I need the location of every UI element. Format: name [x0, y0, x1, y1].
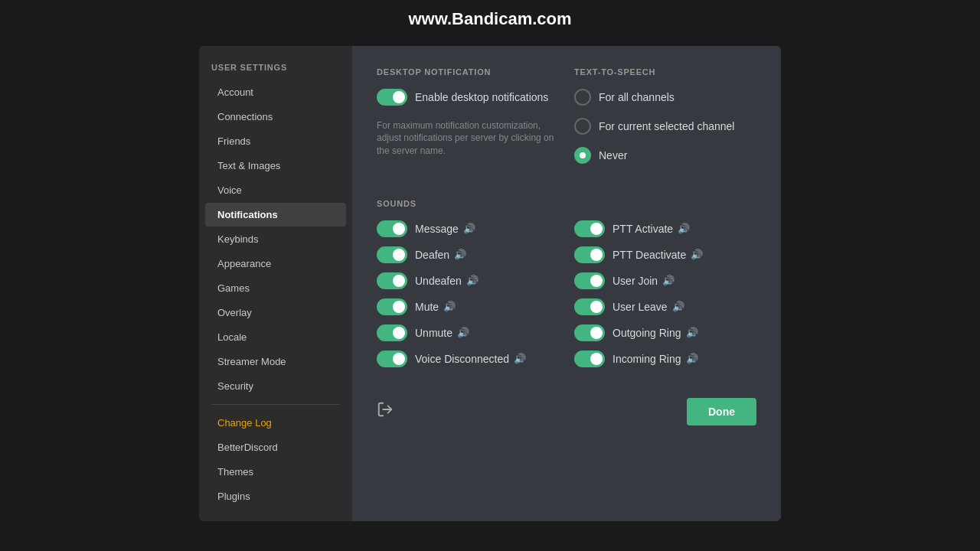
sounds-grid: Message 🔊 PTT Activate 🔊 Deafen 🔊	[377, 220, 756, 367]
sounds-header: SOUNDS	[377, 199, 756, 208]
exit-icon[interactable]	[377, 401, 394, 422]
tts-all-channels-label: For all channels	[599, 91, 675, 103]
tts-section: TEXT-TO-SPEECH For all channels For curr…	[559, 67, 756, 176]
toggle-knob	[393, 91, 405, 103]
footer: Done	[377, 398, 756, 425]
sidebar-title: USER SETTINGS	[199, 58, 352, 80]
sound-label-voice-disconnected: Voice Disconnected	[415, 353, 509, 365]
tts-all-channels-row: For all channels	[574, 89, 756, 106]
sound-icon-incoming-ring: 🔊	[686, 353, 698, 364]
sound-icon-unmute: 🔊	[457, 327, 469, 338]
sound-row-ptt-deactivate: PTT Deactivate 🔊	[574, 246, 756, 263]
sound-label-mute: Mute	[415, 301, 439, 313]
sound-icon-voice-disconnected: 🔊	[514, 353, 526, 364]
sound-label-user-leave: User Leave	[612, 301, 668, 313]
sound-row-user-leave: User Leave 🔊	[574, 298, 756, 315]
sound-toggle-ptt-deactivate[interactable]	[574, 246, 605, 263]
sidebar-item-keybinds[interactable]: Keybinds	[205, 227, 346, 251]
sounds-section: SOUNDS Message 🔊 PTT Activate 🔊	[377, 199, 756, 367]
tts-header: TEXT-TO-SPEECH	[574, 67, 756, 77]
sidebar-divider	[211, 404, 340, 405]
sidebar-item-games[interactable]: Games	[205, 276, 346, 300]
sound-icon-user-join: 🔊	[662, 275, 675, 286]
sound-toggle-outgoing-ring[interactable]	[574, 324, 605, 341]
sidebar-item-overlay[interactable]: Overlay	[205, 301, 346, 324]
sound-toggle-voice-disconnected[interactable]	[377, 350, 407, 367]
enable-desktop-notifications-row: Enable desktop notifications	[377, 89, 559, 106]
main-content: DESKTOP NOTIFICATION Enable desktop noti…	[352, 46, 781, 521]
sound-label-deafen: Deafen	[415, 249, 449, 261]
sound-row-voice-disconnected: Voice Disconnected 🔊	[377, 350, 559, 367]
sidebar-item-streamer-mode[interactable]: Streamer Mode	[205, 350, 346, 373]
sidebar-item-change-log[interactable]: Change Log	[205, 411, 346, 435]
sound-icon-user-leave: 🔊	[672, 301, 684, 312]
sidebar-item-locale[interactable]: Locale	[205, 325, 346, 349]
sidebar-item-plugins[interactable]: Plugins	[205, 484, 346, 508]
sound-icon-mute: 🔊	[443, 301, 456, 312]
watermark: www.Bandicam.com	[408, 9, 571, 29]
desktop-notification-header: DESKTOP NOTIFICATION	[377, 67, 559, 77]
sound-toggle-incoming-ring[interactable]	[574, 350, 605, 367]
tts-never-radio[interactable]	[574, 147, 591, 164]
sound-icon-deafen: 🔊	[454, 249, 466, 260]
sound-label-user-join: User Join	[612, 275, 658, 287]
sidebar-item-themes[interactable]: Themes	[205, 460, 346, 484]
tts-current-channel-label: For current selected channel	[599, 120, 734, 132]
tts-current-channel-radio[interactable]	[574, 118, 591, 135]
sound-toggle-user-leave[interactable]	[574, 298, 605, 315]
sound-icon-message: 🔊	[463, 223, 475, 234]
sound-icon-outgoing-ring: 🔊	[686, 327, 698, 338]
tts-current-channel-row: For current selected channel	[574, 118, 756, 135]
desktop-notification-section: DESKTOP NOTIFICATION Enable desktop noti…	[377, 67, 559, 176]
sound-row-user-join: User Join 🔊	[574, 272, 756, 289]
sound-toggle-unmute[interactable]	[377, 324, 407, 341]
tts-all-channels-radio[interactable]	[574, 89, 591, 106]
sound-toggle-mute[interactable]	[377, 298, 407, 315]
sound-row-undeafen: Undeafen 🔊	[377, 272, 559, 289]
sound-label-ptt-deactivate: PTT Deactivate	[612, 249, 686, 261]
enable-desktop-notifications-label: Enable desktop notifications	[415, 91, 548, 103]
sound-toggle-ptt-activate[interactable]	[574, 220, 605, 237]
sound-toggle-deafen[interactable]	[377, 246, 407, 263]
sound-icon-ptt-activate: 🔊	[678, 223, 690, 234]
desktop-notification-hint: For maximum notification customization, …	[377, 119, 559, 158]
sound-row-message: Message 🔊	[377, 220, 559, 237]
sound-label-undeafen: Undeafen	[415, 275, 462, 287]
enable-desktop-notifications-toggle[interactable]	[377, 89, 407, 106]
sidebar-item-voice[interactable]: Voice	[205, 178, 346, 202]
sound-row-mute: Mute 🔊	[377, 298, 559, 315]
sound-label-unmute: Unmute	[415, 327, 452, 339]
sound-row-ptt-activate: PTT Activate 🔊	[574, 220, 756, 237]
sidebar-item-notifications[interactable]: Notifications	[205, 203, 346, 227]
sound-toggle-user-join[interactable]	[574, 272, 605, 289]
sound-row-unmute: Unmute 🔊	[377, 324, 559, 341]
sound-toggle-message[interactable]	[377, 220, 407, 237]
sidebar-item-account[interactable]: Account	[205, 80, 346, 104]
sound-label-incoming-ring: Incoming Ring	[612, 353, 681, 365]
sound-label-outgoing-ring: Outgoing Ring	[612, 327, 681, 339]
sound-row-deafen: Deafen 🔊	[377, 246, 559, 263]
sidebar-item-betterdiscord[interactable]: BetterDiscord	[205, 435, 346, 459]
sidebar-item-appearance[interactable]: Appearance	[205, 252, 346, 276]
sound-row-outgoing-ring: Outgoing Ring 🔊	[574, 324, 756, 341]
sidebar-item-text-images[interactable]: Text & Images	[205, 154, 346, 178]
sound-label-message: Message	[415, 223, 459, 235]
sidebar-item-connections[interactable]: Connections	[205, 105, 346, 129]
tts-never-label: Never	[599, 149, 627, 161]
done-button[interactable]: Done	[687, 398, 756, 425]
sound-icon-undeafen: 🔊	[466, 275, 479, 286]
sound-label-ptt-activate: PTT Activate	[612, 223, 673, 235]
sidebar: USER SETTINGS Account Connections Friend…	[199, 46, 352, 521]
sidebar-item-security[interactable]: Security	[205, 374, 346, 398]
tts-never-row: Never	[574, 147, 756, 164]
sound-toggle-undeafen[interactable]	[377, 272, 407, 289]
sidebar-item-friends[interactable]: Friends	[205, 129, 346, 153]
sound-icon-ptt-deactivate: 🔊	[691, 249, 703, 260]
sound-row-incoming-ring: Incoming Ring 🔊	[574, 350, 756, 367]
